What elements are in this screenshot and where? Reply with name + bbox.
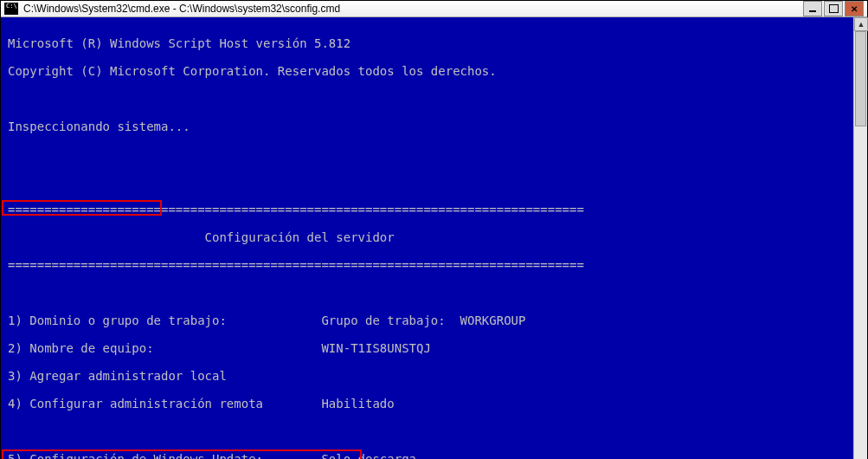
divider-line: ========================================… [8, 203, 846, 217]
script-host-line: Microsoft (R) Windows Script Host versió… [8, 36, 846, 50]
menu-item-5: 5) Configuración de Windows Update: Solo… [8, 452, 846, 459]
vertical-scrollbar[interactable]: ▲ ▼ [853, 17, 867, 459]
inspecting-line: Inspeccionando sistema... [8, 120, 846, 133]
maximize-button[interactable] [824, 1, 843, 16]
minimize-button[interactable] [803, 1, 822, 16]
blank-line [8, 175, 846, 189]
banner-title: Configuración del servidor [8, 230, 846, 244]
client-area: Microsoft (R) Windows Script Host versió… [1, 17, 867, 459]
copyright-line: Copyright (C) Microsoft Corporation. Res… [8, 64, 846, 78]
divider-line: ========================================… [8, 258, 846, 272]
menu-item-2: 2) Nombre de equipo: WIN-T1IS8UNSTQJ [8, 341, 846, 355]
blank-line [8, 424, 846, 438]
titlebar[interactable]: C:\. C:\Windows\System32\cmd.exe - C:\Wi… [1, 1, 867, 17]
cmd-icon: C:\. [4, 3, 18, 15]
close-button[interactable] [845, 1, 864, 16]
window-controls [803, 1, 864, 16]
scrollbar-track[interactable] [854, 31, 867, 459]
menu-item-3: 3) Agregar administrador local [8, 369, 846, 383]
cmd-window: C:\. C:\Windows\System32\cmd.exe - C:\Wi… [0, 0, 868, 459]
console-output[interactable]: Microsoft (R) Windows Script Host versió… [1, 17, 853, 459]
window-title: C:\Windows\System32\cmd.exe - C:\Windows… [23, 3, 803, 15]
blank-line [8, 286, 846, 300]
menu-item-4: 4) Configurar administración remota Habi… [8, 397, 846, 411]
blank-line [8, 147, 846, 161]
blank-line [8, 92, 846, 106]
scrollbar-thumb[interactable] [855, 31, 866, 126]
menu-item-1: 1) Dominio o grupo de trabajo: Grupo de … [8, 314, 846, 327]
scroll-up-arrow-icon[interactable]: ▲ [854, 17, 868, 31]
